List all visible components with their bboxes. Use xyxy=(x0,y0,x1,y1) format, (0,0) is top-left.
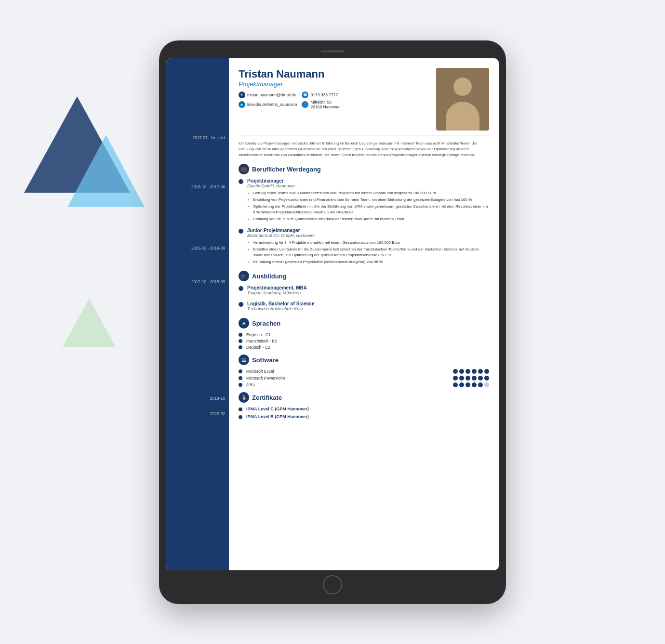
career-section-title: 💼 Beruflicher Werdegang xyxy=(239,164,489,174)
certificates-section: 🏅 Zertifikate IPMA Level C (GPM Hannover… xyxy=(239,392,489,419)
software-entry-1: Microsoft Excel xyxy=(239,369,489,374)
lang-entry-2: Französisch - B2 xyxy=(239,339,489,343)
cv-photo xyxy=(436,68,489,131)
location-icon: 📍 xyxy=(302,101,308,108)
cv-container: 2017-07 - bis jetzt 2016-10 - 2017-06 20… xyxy=(166,58,499,570)
software-icon: 💻 xyxy=(239,355,249,365)
tablet-frame: 2017-07 - bis jetzt 2016-10 - 2017-06 20… xyxy=(159,40,506,604)
software-dot-2 xyxy=(239,376,242,380)
education-section: 🎓 Ausbildung Projektmanagement, MBA Tria… xyxy=(239,271,489,313)
software-entry-3: JIRA xyxy=(239,382,489,387)
contact-phone: ☎ 0173 333 7777 xyxy=(302,92,360,98)
skill-dots-2 xyxy=(453,376,489,381)
career-section: 💼 Beruflicher Werdegang Projektmanager P… xyxy=(239,164,489,266)
cv-contact: ✉ tristan.naumann@dmail.de ☎ 0173 333 77… xyxy=(239,92,360,109)
job-bullets-1: Leitung eines Teams aus 8 Mitarbeiter*in… xyxy=(247,190,489,222)
photo-head xyxy=(453,78,472,96)
cv-header: Tristan Naumann Projektmanager ✉ tristan… xyxy=(239,68,489,131)
cert-entry-1: IPMA Level C (GPM Hannover) xyxy=(239,407,489,411)
date-career-1: 2017-07 - bis jetzt xyxy=(170,135,225,141)
edu-content-1: Projektmanagement, MBA Triagon Academy, … xyxy=(247,285,307,297)
edu-dot-1 xyxy=(239,286,243,291)
career-icon: 💼 xyxy=(239,164,249,174)
job-content-2: Junior-Projektmanager Baumanns & Co. Gmb… xyxy=(247,228,489,266)
phone-icon: ☎ xyxy=(302,92,308,98)
software-section-title: 💻 Software xyxy=(239,355,489,365)
date-career-2: 2016-10 - 2017-06 xyxy=(170,184,225,190)
job-entry-2: Junior-Projektmanager Baumanns & Co. Gmb… xyxy=(239,228,489,266)
languages-icon: A xyxy=(239,318,249,329)
job-dot-2 xyxy=(239,229,243,234)
cv-name-area: Tristan Naumann Projektmanager ✉ tristan… xyxy=(239,68,360,109)
job-bullets-2: Verantwortung für 3–4 Projekte monatlich… xyxy=(247,240,489,265)
photo-body xyxy=(446,102,479,131)
skill-dots-3 xyxy=(453,382,489,387)
date-cert-1: 2019-10 xyxy=(170,396,225,402)
cv-job-title: Projektmanager xyxy=(239,80,360,88)
tablet-home-button[interactable] xyxy=(323,575,342,594)
cv-summary: Ich konnte als Projektmanager mit sechs … xyxy=(239,135,489,158)
certificates-section-title: 🏅 Zertifikate xyxy=(239,392,489,403)
software-dot-1 xyxy=(239,369,242,373)
education-section-title: 🎓 Ausbildung xyxy=(239,271,489,281)
edu-content-2: Logistik, Bachelor of Science Technische… xyxy=(247,301,314,313)
contact-email: ✉ tristan.naumann@dmail.de xyxy=(239,92,297,98)
languages-section-title: A Sprachen xyxy=(239,318,489,329)
tablet-screen: 2017-07 - bis jetzt 2016-10 - 2017-06 20… xyxy=(166,58,499,570)
triangle-medium xyxy=(67,135,145,207)
software-entry-2: Microsoft PowerPoint xyxy=(239,376,489,381)
software-dot-3 xyxy=(239,383,242,387)
software-section: 💻 Software Microsoft Excel xyxy=(239,355,489,387)
lang-dot-1 xyxy=(239,333,242,337)
lang-entry-3: Deutsch - C2 xyxy=(239,345,489,350)
cv-sidebar: 2017-07 - bis jetzt 2016-10 - 2017-06 20… xyxy=(166,58,229,570)
date-cert-2: 2022-02 xyxy=(170,411,225,417)
tablet-camera xyxy=(320,50,345,53)
lang-dot-3 xyxy=(239,345,242,349)
cert-dot-1 xyxy=(239,407,242,411)
date-edu-1: 2015-10 - 2016-09 xyxy=(170,246,225,251)
cv-name: Tristan Naumann xyxy=(239,68,360,80)
date-edu-2: 2012-10 - 2015-09 xyxy=(170,279,225,285)
edu-entry-2: Logistik, Bachelor of Science Technische… xyxy=(239,301,489,313)
skill-dots-1 xyxy=(453,369,489,374)
lang-entry-1: Englisch - C1 xyxy=(239,332,489,337)
contact-linkedin: in linkedin.de/in/tris_naumann xyxy=(239,100,297,109)
edu-entry-1: Projektmanagement, MBA Triagon Academy, … xyxy=(239,285,489,297)
linkedin-icon: in xyxy=(239,101,245,108)
email-icon: ✉ xyxy=(239,92,245,98)
lang-dot-2 xyxy=(239,339,242,343)
languages-section: A Sprachen Englisch - C1 Französisch - B… xyxy=(239,318,489,350)
education-icon: 🎓 xyxy=(239,271,249,281)
edu-dot-2 xyxy=(239,302,243,307)
job-entry-1: Projektmanager Plastix GmbH, Hannover Le… xyxy=(239,178,489,223)
cert-entry-2: IPMA Level B (GPM Hannover) xyxy=(239,414,489,419)
job-content-1: Projektmanager Plastix GmbH, Hannover Le… xyxy=(247,178,489,223)
contact-address: 📍 Mittelstr. 58 20169 Hannover xyxy=(302,100,360,109)
cert-dot-2 xyxy=(239,415,242,419)
certificates-icon: 🏅 xyxy=(239,392,249,403)
cv-content: Tristan Naumann Projektmanager ✉ tristan… xyxy=(229,58,499,570)
triangle-small xyxy=(63,299,116,347)
job-dot-1 xyxy=(239,179,243,184)
